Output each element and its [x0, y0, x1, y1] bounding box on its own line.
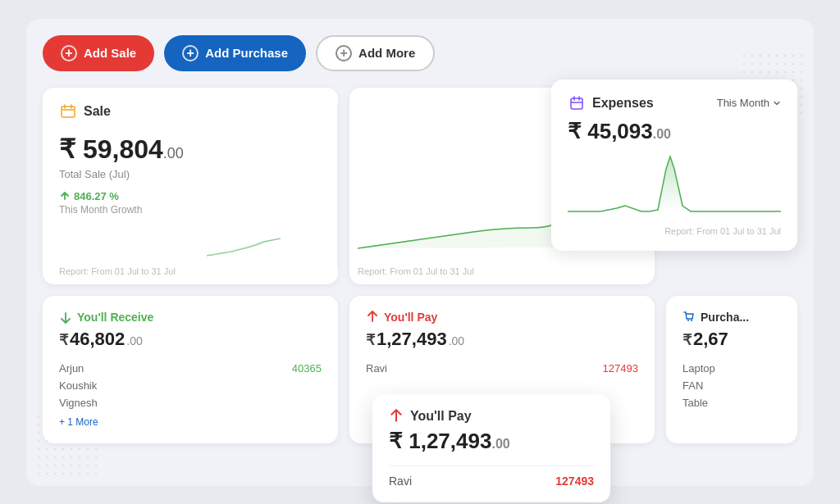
list-item: Laptop	[682, 360, 781, 377]
svg-rect-0	[62, 107, 75, 117]
cards-area: Sale ₹ 59,804.00 Total Sale (Jul) 846.27…	[43, 88, 797, 443]
expenses-period: This Month	[717, 97, 769, 109]
purchase-cart-icon	[682, 311, 696, 324]
pay-amount: 1,27,493	[377, 329, 447, 350]
sale-chart	[207, 211, 322, 260]
pay-amount-row: ₹ 1,27,493 .00	[366, 329, 638, 350]
top-action-buttons: + Add Sale + Add Purchase + Add More	[43, 35, 797, 71]
receive-header: You'll Receive	[59, 311, 322, 324]
add-more-icon: +	[336, 45, 352, 61]
expenses-report: Report: From 01 Jul to 31 Jul	[568, 226, 781, 236]
pay-floating-title: You'll Pay	[410, 409, 472, 424]
chart-report: Report: From 01 Jul to 31 Jul	[358, 266, 474, 276]
expenses-period-selector[interactable]: This Month	[717, 97, 781, 109]
svg-point-3	[691, 320, 692, 321]
purchase-title: Purcha...	[701, 311, 749, 324]
expenses-header: Expenses This Month	[568, 94, 781, 112]
add-sale-icon: +	[61, 45, 77, 61]
pay-title: You'll Pay	[384, 311, 437, 324]
main-container: + Add Sale + Add Purchase + Add More	[26, 19, 814, 486]
list-item: Table	[682, 394, 781, 411]
add-more-button[interactable]: + Add More	[316, 35, 435, 71]
list-item: FAN	[682, 377, 781, 394]
pay-floating-name: Ravi	[389, 474, 412, 488]
receive-decimal: .00	[126, 334, 142, 347]
pay-floating-icon	[389, 409, 404, 424]
purchase-amount: 2,67	[693, 329, 728, 350]
add-sale-button[interactable]: + Add Sale	[43, 35, 154, 71]
sale-label: Total Sale (Jul)	[59, 168, 322, 180]
receive-amount: 46,802	[70, 329, 125, 350]
expenses-icon	[568, 94, 586, 112]
add-purchase-label: Add Purchase	[205, 46, 288, 60]
expenses-title: Expenses	[592, 96, 710, 111]
more-link[interactable]: + 1 More	[59, 416, 322, 428]
pay-list: Ravi 127493	[366, 360, 638, 377]
pay-floating-amount: ₹ 1,27,493.00	[389, 429, 594, 454]
expenses-amount: ₹ 45,093.00	[568, 119, 781, 144]
pay-floating-value: 127493	[555, 474, 594, 488]
pay-decimal: .00	[449, 334, 464, 347]
sale-card-title: Sale	[84, 104, 111, 119]
sale-card: Sale ₹ 59,804.00 Total Sale (Jul) 846.27…	[43, 88, 338, 284]
receive-amount-row: ₹ 46,802 .00	[59, 329, 322, 350]
purchase-card: Purcha... ₹ 2,67 Laptop FAN Table	[666, 296, 797, 443]
sale-growth: 846.27 %	[59, 190, 322, 202]
add-purchase-icon: +	[182, 45, 199, 61]
purchase-header: Purcha...	[682, 311, 781, 324]
pay-floating-header: You'll Pay	[389, 409, 594, 424]
receive-card: You'll Receive ₹ 46,802 .00 Arjun 40365 …	[43, 296, 338, 443]
list-item: Vignesh	[59, 394, 322, 411]
sale-report: Report: From 01 Jul to 31 Jul	[59, 266, 322, 276]
add-more-label: Add More	[358, 46, 415, 60]
add-sale-label: Add Sale	[84, 46, 136, 60]
svg-rect-1	[571, 98, 582, 109]
receive-title: You'll Receive	[77, 311, 153, 324]
sale-card-header: Sale	[59, 102, 322, 120]
svg-point-2	[687, 320, 689, 321]
pay-arrow-icon	[366, 311, 379, 324]
purchase-list: Laptop FAN Table	[682, 360, 781, 411]
pay-header: You'll Pay	[366, 311, 638, 324]
pay-floating-row: Ravi 127493	[389, 465, 594, 488]
receive-arrow-icon	[59, 311, 72, 324]
sale-divider	[337, 104, 338, 268]
purchase-amount-row: ₹ 2,67	[682, 329, 781, 350]
list-item: Arjun 40365	[59, 360, 322, 377]
sale-amount: ₹ 59,804.00	[59, 134, 322, 165]
list-item: Koushik	[59, 377, 322, 394]
pay-floating-card: You'll Pay ₹ 1,27,493.00 Ravi 127493	[372, 394, 610, 502]
add-purchase-button[interactable]: + Add Purchase	[164, 35, 306, 71]
expenses-card: Expenses This Month ₹ 45,093.00	[551, 79, 797, 251]
receive-list: Arjun 40365 Koushik Vignesh	[59, 360, 322, 411]
expenses-chevron-icon	[773, 99, 781, 107]
expenses-chart	[568, 152, 781, 218]
sale-icon	[59, 102, 77, 120]
list-item: Ravi 127493	[366, 360, 638, 377]
